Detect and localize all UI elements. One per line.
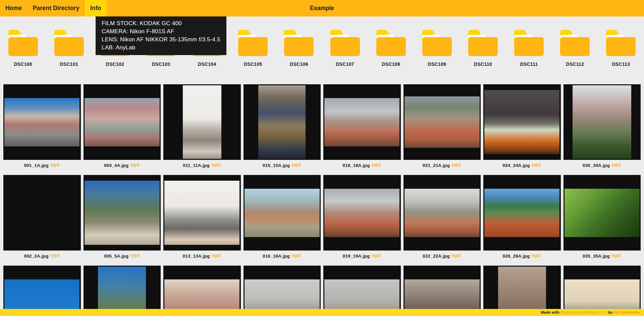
photo-tiff-link[interactable]: TIFF	[451, 163, 461, 168]
folder-icon	[605, 28, 637, 57]
photo-filename-link[interactable]: 024_24A.jpg	[503, 163, 530, 168]
photo-filename-link[interactable]: 002_2A.jpg	[24, 254, 48, 259]
folder-item-dsc106[interactable]: DSC106	[276, 28, 322, 67]
photo-tiff-link[interactable]: TIFF	[211, 163, 221, 168]
photo-thumbnail[interactable]	[404, 84, 481, 160]
photo-tiff-link[interactable]: TIFF	[372, 254, 381, 259]
folder-item-dsc112[interactable]: DSC112	[552, 28, 598, 67]
photo-thumbnail[interactable]	[323, 266, 401, 316]
footer-author-link[interactable]: Flo Greistorfer.	[614, 310, 641, 314]
folder-label: DSC101	[60, 61, 78, 67]
folder-item-dsc109[interactable]: DSC109	[414, 28, 460, 67]
photo-thumbnail[interactable]	[483, 84, 561, 160]
gallery-cell: 016_16A.jpg TIFF	[244, 175, 321, 266]
photo-thumbnail[interactable]	[163, 175, 241, 251]
photo-filename-link[interactable]: 004_4A.jpg	[104, 163, 128, 168]
photo-thumbnail[interactable]	[244, 84, 321, 160]
photo-thumbnail[interactable]	[564, 175, 641, 251]
folder-item-dsc100[interactable]: DSC100	[0, 28, 46, 67]
photo-caption: 013_13A.jpg TIFF	[163, 251, 241, 266]
photo-image	[258, 85, 306, 159]
photo-caption: 019_19A.jpg TIFF	[323, 251, 401, 266]
photo-thumbnail[interactable]	[3, 84, 81, 160]
photo-filename-link[interactable]: 013_13A.jpg	[183, 254, 210, 259]
photo-image	[4, 189, 79, 237]
folder-icon	[559, 28, 591, 57]
photo-tiff-link[interactable]: TIFF	[611, 163, 621, 168]
photo-image	[85, 98, 160, 146]
gallery-cell: 002_2A.jpg TIFF	[3, 175, 81, 266]
photo-thumbnail[interactable]	[163, 266, 241, 316]
photo-thumbnail[interactable]	[483, 266, 561, 316]
photo-thumbnail[interactable]	[564, 266, 641, 316]
nav-tab-parent-directory[interactable]: Parent Directory	[27, 0, 85, 16]
photo-thumbnail[interactable]	[84, 84, 161, 160]
nav-tab-home[interactable]: Home	[0, 0, 27, 16]
photo-thumbnail[interactable]	[564, 84, 641, 160]
photo-tiff-link[interactable]: TIFF	[130, 163, 140, 168]
photo-thumbnail[interactable]	[163, 84, 241, 160]
folder-item-dsc107[interactable]: DSC107	[322, 28, 368, 67]
photo-caption: 026_26A.jpg TIFF	[483, 251, 561, 266]
photo-image	[405, 189, 480, 237]
folder-icon	[375, 28, 407, 57]
photo-filename-link[interactable]: 005_5A.jpg	[104, 254, 128, 259]
folder-label: DSC110	[474, 61, 492, 67]
photo-tiff-link[interactable]: TIFF	[291, 163, 301, 168]
photo-filename-link[interactable]: 035_35A.jpg	[583, 254, 610, 259]
photo-thumbnail[interactable]	[483, 175, 561, 251]
photo-thumbnail[interactable]	[404, 266, 481, 316]
gallery-cell: 035_35A.jpg TIFF	[564, 175, 641, 266]
photo-tiff-link[interactable]: TIFF	[611, 254, 621, 259]
photo-image	[245, 189, 320, 237]
photo-thumbnail[interactable]	[323, 175, 401, 251]
photo-filename-link[interactable]: 022_22A.jpg	[423, 254, 450, 259]
folder-item-dsc113[interactable]: DSC113	[598, 28, 644, 67]
folder-item-dsc110[interactable]: DSC110	[460, 28, 506, 67]
photo-filename-link[interactable]: 015_15A.jpg	[263, 163, 290, 168]
photo-tiff-link[interactable]: TIFF	[291, 254, 301, 259]
nav-tab-info[interactable]: Info	[85, 0, 107, 16]
photo-image	[85, 181, 160, 245]
photo-filename-link[interactable]: 018_18A.jpg	[343, 163, 370, 168]
photo-filename-link[interactable]: 016_16A.jpg	[263, 254, 290, 259]
photo-thumbnail[interactable]	[3, 175, 81, 251]
photo-tiff-link[interactable]: TIFF	[50, 163, 60, 168]
photo-tiff-link[interactable]: TIFF	[532, 163, 541, 168]
photo-thumbnail[interactable]	[84, 175, 161, 251]
photo-tiff-link[interactable]: TIFF	[451, 254, 461, 259]
photo-thumbnail[interactable]	[244, 266, 321, 316]
photo-thumbnail[interactable]	[3, 266, 81, 316]
folder-item-dsc105[interactable]: DSC105	[230, 28, 276, 67]
photo-filename-link[interactable]: 011_11A.jpg	[183, 163, 210, 168]
folder-item-dsc108[interactable]: DSC108	[368, 28, 414, 67]
photo-thumbnail[interactable]	[244, 175, 321, 251]
folder-label: DSC105	[244, 61, 262, 67]
photo-filename-link[interactable]: 030_30A.jpg	[583, 163, 610, 168]
photo-filename-link[interactable]: 026_26A.jpg	[503, 254, 530, 259]
photo-thumbnail[interactable]	[323, 84, 401, 160]
photo-thumbnail[interactable]	[404, 175, 481, 251]
photo-tiff-link[interactable]: TIFF	[130, 254, 140, 259]
gallery-cell: 018_18A.jpg TIFF	[323, 84, 401, 175]
photo-caption: 002_2A.jpg TIFF	[3, 251, 81, 266]
folder-item-dsc111[interactable]: DSC111	[506, 28, 552, 67]
photo-tiff-link[interactable]: TIFF	[212, 254, 221, 259]
photo-image	[183, 85, 221, 159]
gallery-cell: 001_1A.jpg TIFF	[3, 84, 81, 175]
photo-tiff-link[interactable]: TIFF	[532, 254, 541, 259]
photo-caption: 030_30A.jpg TIFF	[564, 160, 641, 175]
folder-icon	[329, 28, 361, 57]
photo-caption: 018_18A.jpg TIFF	[323, 160, 401, 175]
photo-image	[498, 267, 546, 316]
photo-thumbnail[interactable]	[84, 266, 161, 316]
photo-filename-link[interactable]: 021_21A.jpg	[423, 163, 450, 168]
folder-item-dsc101[interactable]: DSC101	[46, 28, 92, 67]
photo-tiff-link[interactable]: TIFF	[372, 163, 381, 168]
footer-builder-link[interactable]: StaticGalleryBuilder 2.3.1	[560, 310, 607, 314]
gallery-cell: 015_15A.jpg TIFF	[244, 84, 321, 175]
folder-label: DSC109	[428, 61, 446, 67]
photo-filename-link[interactable]: 019_19A.jpg	[343, 254, 370, 259]
photo-filename-link[interactable]: 001_1A.jpg	[24, 163, 48, 168]
photo-tiff-link[interactable]: TIFF	[50, 254, 60, 259]
